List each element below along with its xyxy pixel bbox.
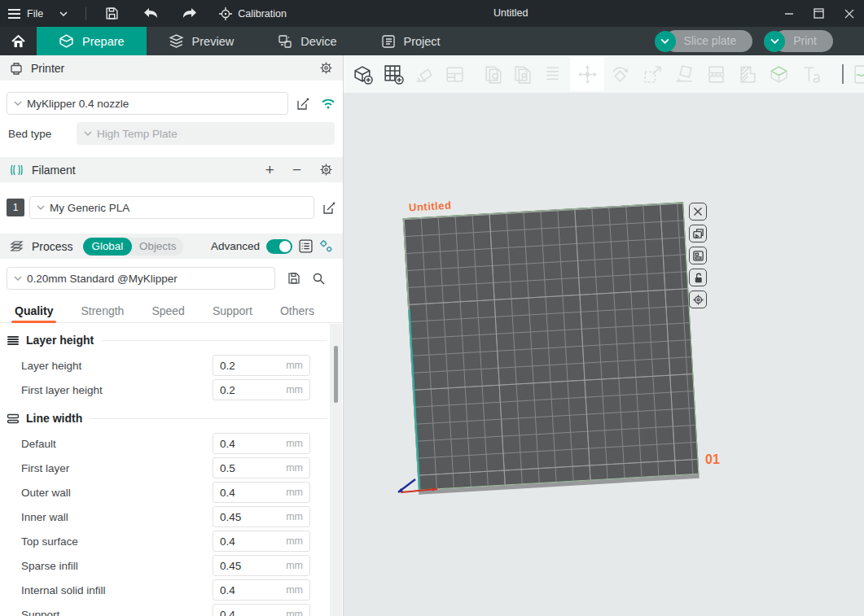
- print-button-group: Print: [764, 30, 833, 52]
- chevron-down-icon: [59, 11, 68, 16]
- rotate-tool-button[interactable]: [609, 63, 631, 85]
- scope-objects-button[interactable]: Objects: [132, 240, 183, 252]
- meshfix-tool-button[interactable]: [737, 63, 759, 85]
- text-tool-button[interactable]: [800, 63, 822, 85]
- copy-icon: [482, 63, 504, 85]
- process-list-view-button[interactable]: [299, 239, 313, 253]
- setting-value: 0.45: [213, 560, 241, 572]
- layer-height-group-header: Layer height: [7, 330, 336, 350]
- plate-settings-button[interactable]: [689, 247, 707, 264]
- tab-support[interactable]: Support: [211, 299, 254, 322]
- internal-solid-infill-line-width-input[interactable]: 0.4 mm: [213, 579, 310, 601]
- filament-section-header: Filament + −: [0, 157, 343, 182]
- lock-plate-button[interactable]: [689, 269, 707, 286]
- tab-project[interactable]: Project: [359, 27, 463, 55]
- remove-filament-button[interactable]: −: [292, 162, 301, 177]
- plate-gear-button[interactable]: [689, 291, 707, 308]
- tab-device[interactable]: Device: [256, 27, 358, 55]
- tab-strength[interactable]: Strength: [79, 299, 125, 322]
- setting-label: Internal solid infill: [21, 584, 106, 596]
- process-preset-select[interactable]: 0.20mm Standard @MyKlipper: [7, 267, 275, 290]
- file-menu-button[interactable]: File: [0, 0, 48, 27]
- redo-button[interactable]: [170, 0, 209, 27]
- calibration-label: Calibration: [238, 8, 287, 20]
- slice-plate-button[interactable]: Slice plate: [664, 30, 753, 52]
- build-plate[interactable]: [403, 202, 700, 490]
- assembly-view-button[interactable]: [542, 63, 564, 85]
- tab-others[interactable]: Others: [278, 299, 316, 322]
- minimize-button[interactable]: [774, 0, 804, 27]
- printer-connection-button[interactable]: [320, 97, 336, 110]
- slice-options-button[interactable]: [655, 31, 676, 52]
- search-icon: [312, 272, 325, 285]
- tab-quality[interactable]: Quality: [13, 299, 55, 322]
- scale-tool-button[interactable]: [642, 63, 664, 85]
- first-layer-height-input[interactable]: 0.2 mm: [213, 379, 310, 400]
- filament-preset-select[interactable]: My Generic PLA: [29, 196, 314, 219]
- printer-preset-select[interactable]: MyKlipper 0.4 nozzle: [7, 92, 288, 115]
- edit-icon: [322, 201, 336, 215]
- arrange-plate-button[interactable]: [689, 225, 707, 242]
- print-options-button[interactable]: [764, 31, 785, 52]
- settings-scrollbar-track[interactable]: [330, 324, 342, 616]
- list-view-icon: [299, 239, 313, 253]
- outer-wall-line-width-input[interactable]: 0.4 mm: [213, 482, 310, 503]
- add-model-button[interactable]: [352, 63, 374, 85]
- maximize-button[interactable]: [804, 0, 834, 27]
- process-preset-value: 0.20mm Standard @MyKlipper: [27, 273, 178, 285]
- color-paint-cube-icon: [768, 63, 790, 85]
- close-button[interactable]: [834, 0, 864, 27]
- bed-type-select[interactable]: High Temp Plate: [77, 122, 335, 145]
- delete-plate-button[interactable]: [689, 203, 707, 221]
- sparse-infill-line-width-input[interactable]: 0.45 mm: [213, 555, 310, 576]
- calibration-button[interactable]: Calibration: [209, 0, 296, 27]
- scope-global-button[interactable]: Global: [83, 238, 133, 256]
- add-filament-button[interactable]: +: [265, 162, 274, 177]
- filament-section-title: Filament: [32, 164, 76, 177]
- first-layer-line-width-input[interactable]: 0.5 mm: [213, 457, 310, 478]
- home-button[interactable]: [0, 27, 37, 55]
- process-icon: [10, 240, 24, 253]
- setting-unit: mm: [286, 609, 309, 616]
- tab-preview-label: Preview: [192, 35, 235, 48]
- edit-filament-preset-button[interactable]: [322, 201, 336, 215]
- arrange-button[interactable]: [444, 63, 466, 85]
- setting-label: Top surface: [21, 535, 78, 548]
- viewport-3d[interactable]: Untitled 01: [344, 55, 864, 616]
- bed-type-value: High Temp Plate: [97, 128, 178, 140]
- search-settings-button[interactable]: [312, 272, 325, 285]
- paste-button[interactable]: [511, 63, 533, 85]
- plate-name-label[interactable]: Untitled: [409, 199, 452, 214]
- support-line-width-input[interactable]: 0.4 mm: [213, 604, 310, 616]
- layer-height-input[interactable]: 0.2 mm: [213, 355, 310, 376]
- cut-tool-button[interactable]: [705, 63, 727, 85]
- default-line-width-input[interactable]: 0.4 mm: [213, 433, 310, 454]
- auto-orient-button[interactable]: [414, 63, 436, 85]
- tabbar-actions: Slice plate Print: [655, 27, 833, 55]
- process-params-button[interactable]: [319, 239, 333, 253]
- move-tool-button[interactable]: [577, 63, 599, 85]
- color-paint-button[interactable]: [768, 63, 790, 85]
- preview-icon: [169, 33, 184, 49]
- advanced-toggle[interactable]: [266, 239, 292, 254]
- copy-button[interactable]: [482, 63, 504, 85]
- file-menu-chevron-button[interactable]: [48, 11, 79, 16]
- undo-button[interactable]: [131, 0, 170, 27]
- tab-prepare[interactable]: Prepare: [37, 27, 147, 55]
- lay-on-face-button[interactable]: [673, 63, 695, 85]
- seam-paint-button[interactable]: [853, 63, 864, 85]
- inner-wall-line-width-input[interactable]: 0.45 mm: [213, 506, 310, 527]
- filament-icon: [10, 164, 24, 177]
- tab-preview[interactable]: Preview: [147, 27, 257, 55]
- top-surface-line-width-input[interactable]: 0.4 mm: [213, 531, 310, 552]
- printer-settings-button[interactable]: [319, 61, 333, 75]
- save-button[interactable]: [93, 0, 131, 27]
- filament-settings-button[interactable]: [319, 163, 333, 177]
- titlebar-left: File Calibration: [0, 0, 296, 27]
- add-plate-button[interactable]: [383, 63, 405, 85]
- settings-scrollbar-thumb[interactable]: [334, 346, 338, 403]
- save-preset-button[interactable]: [287, 272, 300, 285]
- edit-printer-preset-button[interactable]: [296, 97, 310, 111]
- advanced-label: Advanced: [211, 240, 260, 252]
- tab-speed[interactable]: Speed: [150, 299, 186, 322]
